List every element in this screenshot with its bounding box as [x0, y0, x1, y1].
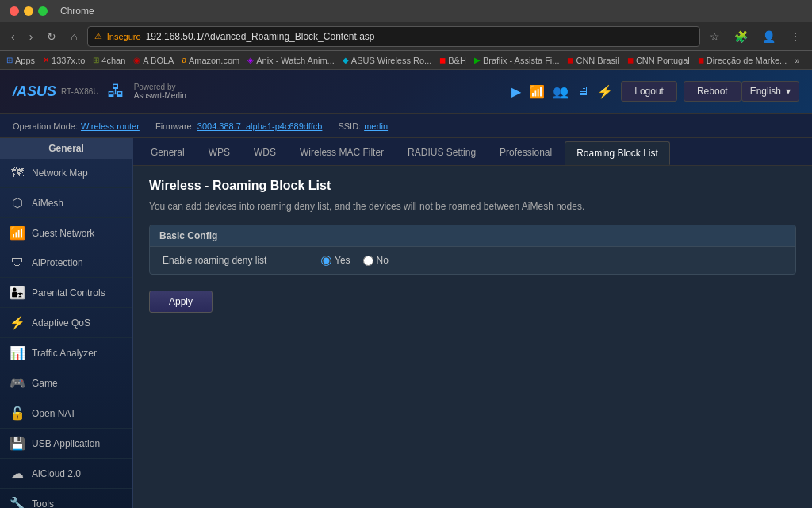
home-button[interactable]: ⌂: [66, 27, 82, 46]
usb-icon[interactable]: ⚡: [597, 84, 613, 99]
sidebar-label-aicloud: AiCloud 2.0: [32, 468, 81, 479]
sidebar-general-section: General: [0, 138, 132, 159]
bookmark-abola[interactable]: ◉ A BOLA: [133, 56, 174, 65]
header-status-icons: ▶ 📶 👥 🖥 ⚡: [511, 84, 613, 99]
bookmark-asus[interactable]: ◆ ASUS Wireless Ro...: [343, 56, 431, 65]
bookmark-button[interactable]: ☆: [705, 27, 725, 46]
maximize-button[interactable]: [38, 6, 48, 16]
extensions-button[interactable]: 🧩: [730, 27, 753, 46]
sidebar-item-game[interactable]: 🎮 Game: [0, 368, 132, 398]
roaming-yes-option[interactable]: Yes: [321, 255, 350, 266]
bookmark-apps[interactable]: ⊞ Apps: [6, 56, 35, 65]
sidebar-item-aiprotection[interactable]: 🛡 AiProtection: [0, 248, 132, 278]
bookmark-bh[interactable]: ◼ B&H: [439, 56, 466, 65]
browser-toolbar: ‹ › ↻ ⌂ ⚠ Inseguro 192.168.50.1/Advanced…: [0, 22, 812, 51]
users-icon[interactable]: 👥: [553, 84, 569, 99]
aiprotection-icon: 🛡: [10, 256, 25, 270]
op-mode-label: Operation Mode:: [13, 121, 78, 131]
play-icon[interactable]: ▶: [511, 84, 521, 99]
bookmark-amazon[interactable]: a Amazon.com: [182, 56, 239, 65]
traffic-lights: [10, 6, 48, 16]
sidebar-label-parental-controls: Parental Controls: [32, 287, 105, 298]
bookmark-braflix[interactable]: ▶ Braflix - Assista Fi...: [474, 56, 560, 65]
logout-button[interactable]: Logout: [621, 81, 677, 102]
main-layout: General 🗺 Network Map ⬡ AiMesh 📶 Guest N…: [0, 138, 812, 508]
tab-radius-setting[interactable]: RADIUS Setting: [396, 141, 487, 165]
bookmark-cnn-brasil[interactable]: ◼ CNN Brasil: [567, 56, 619, 65]
menu-button[interactable]: ⋮: [785, 27, 806, 46]
sidebar-item-aimesh[interactable]: ⬡ AiMesh: [0, 188, 132, 218]
asus-logo: /ASUS RT-AX86U: [13, 83, 99, 100]
minimize-button[interactable]: [24, 6, 33, 16]
address-bar[interactable]: ⚠ Inseguro 192.168.50.1/Advanced_Roaming…: [87, 26, 700, 47]
router-header: /ASUS RT-AX86U 🖧 Powered by Asuswrt-Merl…: [0, 70, 812, 114]
browser-titlebar: Chrome: [0, 0, 812, 22]
bookmark-4chan[interactable]: ⊞ 4chan: [93, 56, 125, 65]
router-ui: /ASUS RT-AX86U 🖧 Powered by Asuswrt-Merl…: [0, 70, 812, 508]
sidebar-item-aicloud[interactable]: ☁ AiCloud 2.0: [0, 459, 132, 489]
sidebar-item-adaptive-qos[interactable]: ⚡ Adaptive QoS: [0, 308, 132, 338]
tab-wireless-mac-filter[interactable]: Wireless MAC Filter: [289, 141, 395, 165]
basic-config-section: Basic Config Enable roaming deny list Ye…: [149, 225, 796, 275]
bookmark-cnn-portugal[interactable]: ◼ CNN Portugal: [627, 56, 690, 65]
browser-title: Chrome: [60, 6, 94, 17]
language-selector[interactable]: English ▾: [741, 81, 799, 102]
network-map-icon: 🗺: [10, 166, 25, 180]
tab-professional[interactable]: Professional: [488, 141, 563, 165]
ssid-label: SSID:: [338, 121, 361, 131]
sidebar-item-tools[interactable]: 🔧 Tools: [0, 489, 132, 508]
tab-wps[interactable]: WPS: [197, 141, 241, 165]
refresh-button[interactable]: ↻: [42, 27, 61, 46]
forward-button[interactable]: ›: [25, 27, 38, 46]
security-label: Inseguro: [107, 32, 141, 41]
content-panel: Wireless - Roaming Block List You can ad…: [133, 166, 812, 508]
bookmark-1337x[interactable]: ✕ 1337x.to: [43, 56, 85, 65]
page-title: Wireless - Roaming Block List: [149, 179, 796, 193]
powered-by: Powered by Asuswrt-Merlin: [134, 83, 186, 100]
roaming-yes-radio[interactable]: [321, 256, 331, 266]
aimesh-icon: ⬡: [10, 195, 25, 210]
roaming-no-radio[interactable]: [363, 256, 373, 266]
wifi-icon[interactable]: 📶: [529, 84, 545, 99]
bookmark-bar: ⊞ Apps ✕ 1337x.to ⊞ 4chan ◉ A BOLA a Ama…: [0, 51, 812, 70]
bookmark-anix[interactable]: ◈ Anix - Watch Anim...: [247, 56, 335, 65]
screen-icon[interactable]: 🖥: [576, 84, 589, 98]
chevron-down-icon: ▾: [786, 86, 791, 97]
aicloud-icon: ☁: [10, 466, 25, 481]
ssid-value[interactable]: merlin: [364, 121, 388, 131]
sidebar-item-parental-controls[interactable]: 👨‍👧 Parental Controls: [0, 278, 132, 308]
tab-wds[interactable]: WDS: [243, 141, 287, 165]
sidebar-item-guest-network[interactable]: 📶 Guest Network: [0, 218, 132, 248]
enable-roaming-label: Enable roaming deny list: [163, 255, 305, 266]
tab-general[interactable]: General: [140, 141, 196, 165]
back-button[interactable]: ‹: [6, 27, 20, 46]
router-icon: 🖧: [107, 81, 124, 102]
tools-icon: 🔧: [10, 496, 25, 508]
tab-roaming-block-list[interactable]: Roaming Block List: [565, 141, 670, 165]
reboot-button[interactable]: Reboot: [684, 81, 741, 102]
sidebar-label-aimesh: AiMesh: [32, 198, 63, 209]
security-icon: ⚠: [94, 31, 102, 41]
sidebar-label-traffic-analyzer: Traffic Analyzer: [32, 348, 97, 359]
apply-button[interactable]: Apply: [149, 291, 213, 313]
close-button[interactable]: [10, 6, 19, 16]
sidebar-item-open-nat[interactable]: 🔓 Open NAT: [0, 398, 132, 429]
profile-button[interactable]: 👤: [757, 27, 780, 46]
sidebar: General 🗺 Network Map ⬡ AiMesh 📶 Guest N…: [0, 138, 133, 508]
parental-controls-icon: 👨‍👧: [10, 285, 25, 300]
sidebar-item-traffic-analyzer[interactable]: 📊 Traffic Analyzer: [0, 338, 132, 368]
sidebar-label-network-map: Network Map: [32, 167, 88, 179]
sidebar-item-network-map[interactable]: 🗺 Network Map: [0, 159, 132, 188]
firmware-value[interactable]: 3004.388.7_alpha1-p4c689dffcb: [197, 121, 323, 131]
sidebar-label-usb-application: USB Application: [32, 438, 100, 449]
operation-mode-bar: Operation Mode: Wireless router Firmware…: [0, 114, 812, 138]
game-icon: 🎮: [10, 375, 25, 391]
bookmark-direccao[interactable]: ◼ Direcção de Marke...: [698, 56, 787, 65]
op-mode-value[interactable]: Wireless router: [81, 121, 140, 131]
traffic-analyzer-icon: 📊: [10, 345, 25, 360]
roaming-no-option[interactable]: No: [363, 255, 389, 266]
bookmark-more[interactable]: »: [795, 56, 799, 65]
sidebar-item-usb-application[interactable]: 💾 USB Application: [0, 429, 132, 459]
sidebar-label-tools: Tools: [32, 498, 54, 509]
adaptive-qos-icon: ⚡: [10, 315, 25, 330]
